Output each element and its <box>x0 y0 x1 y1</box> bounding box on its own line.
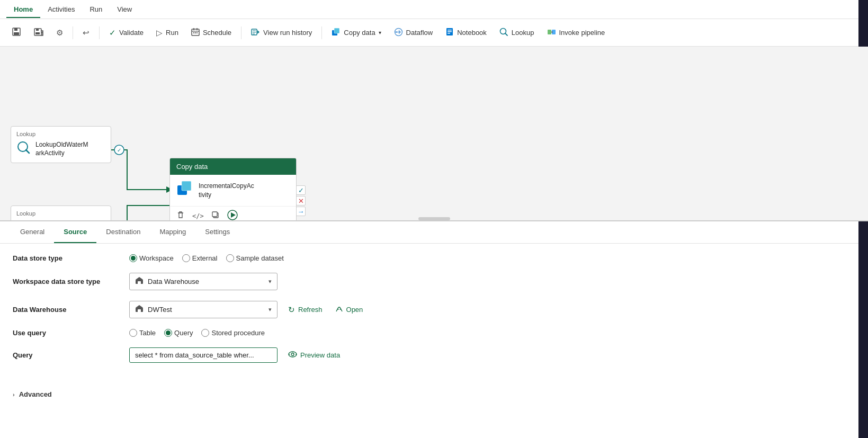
use-query-row: Use query Table Query Stored procedure <box>13 329 855 337</box>
menu-bar: Home Activities Run View <box>0 0 868 19</box>
dataflow-button[interactable]: Dataflow <box>389 24 439 41</box>
schedule-button[interactable]: Schedule <box>186 24 237 41</box>
refresh-label: Refresh <box>298 306 323 314</box>
query-radio-label: Query <box>174 329 193 337</box>
lookup-2-body: LookupNewWaterMarkActivity <box>16 220 105 221</box>
svg-point-23 <box>114 145 124 155</box>
svg-rect-1 <box>14 28 17 31</box>
svg-point-15 <box>395 31 397 33</box>
data-store-type-row: Data store type Workspace External Sampl… <box>13 254 855 262</box>
query-input[interactable] <box>129 347 278 363</box>
connector-lines: ✓ ✓ <box>0 47 868 220</box>
validate-icon: ✓ <box>109 28 116 38</box>
copy-node-actions: </> <box>170 206 296 221</box>
workspace-radio[interactable]: Workspace <box>129 254 174 262</box>
copy-data-node[interactable]: Copy data IncrementalCopyActivity </> <box>169 158 297 221</box>
view-history-button[interactable]: View run history <box>246 24 317 41</box>
lookup-2-label: LookupNewWaterMarkActivity <box>35 220 86 221</box>
error-icon: ✕ <box>296 196 306 205</box>
dataflow-icon <box>394 28 403 38</box>
menu-item-home[interactable]: Home <box>6 1 40 17</box>
open-icon <box>335 305 343 315</box>
undo-icon: ↩ <box>83 28 90 38</box>
save-button[interactable] <box>6 24 26 41</box>
run-action-btn[interactable] <box>227 210 238 221</box>
tab-source[interactable]: Source <box>54 221 96 243</box>
invoke-pipeline-button[interactable]: Invoke pipeline <box>542 24 611 41</box>
data-warehouse-label: Data Warehouse <box>13 306 129 314</box>
open-button[interactable]: Open <box>333 303 365 317</box>
advanced-row[interactable]: › Advanced <box>0 384 868 405</box>
warehouse-icon-2 <box>135 305 144 315</box>
table-radio[interactable]: Table <box>129 329 156 337</box>
open-label: Open <box>346 306 363 314</box>
workspace-data-store-type-dropdown[interactable]: Data Warehouse ▾ <box>129 273 278 290</box>
run-label: Run <box>166 29 178 37</box>
copy-data-button[interactable]: Copy data ▾ <box>326 24 386 41</box>
lookup-node-2[interactable]: Lookup LookupNewWaterMarkActivity <box>11 205 111 221</box>
svg-rect-5 <box>35 32 40 34</box>
menu-item-view[interactable]: View <box>110 1 139 17</box>
data-store-type-label: Data store type <box>13 254 129 262</box>
copy-data-icon <box>332 28 341 38</box>
preview-data-icon <box>288 351 297 359</box>
table-radio-label: Table <box>139 329 156 337</box>
svg-rect-13 <box>334 28 339 33</box>
preview-data-label: Preview data <box>300 351 340 359</box>
skip-icon: → <box>296 207 306 216</box>
menu-item-run[interactable]: Run <box>82 1 110 17</box>
lookup-2-title: Lookup <box>16 210 105 217</box>
run-button[interactable]: ▷ Run <box>151 25 184 41</box>
save-icon <box>12 27 21 38</box>
svg-point-41 <box>339 309 341 310</box>
use-query-label: Use query <box>13 329 129 337</box>
calendar-icon <box>191 28 200 38</box>
tab-general[interactable]: General <box>11 221 54 243</box>
tabs-bar: General Source Destination Mapping Setti… <box>0 221 868 244</box>
svg-rect-8 <box>195 32 196 33</box>
settings-button[interactable]: ⚙ <box>51 25 68 41</box>
divider-1 <box>73 26 73 39</box>
resize-handle[interactable] <box>418 217 450 220</box>
lookup-node-1[interactable]: Lookup LookupOldWaterMarkActivity <box>11 126 111 163</box>
warehouse-icon-1 <box>135 276 144 287</box>
workspace-data-store-type-controls: Data Warehouse ▾ <box>129 273 278 290</box>
svg-rect-21 <box>548 30 551 34</box>
workspace-data-store-type-row: Workspace data store type Data Warehouse… <box>13 273 855 290</box>
code-action-btn[interactable]: </> <box>192 212 204 220</box>
copy-action-btn[interactable] <box>211 211 220 221</box>
data-warehouse-dropdown[interactable]: DWTest ▾ <box>129 301 278 318</box>
delete-action-btn[interactable] <box>176 211 185 221</box>
tab-destination[interactable]: Destination <box>96 221 150 243</box>
invoke-pipeline-label: Invoke pipeline <box>559 29 605 37</box>
lookup-button[interactable]: Lookup <box>494 24 540 41</box>
tab-settings[interactable]: Settings <box>195 221 239 243</box>
stored-procedure-radio-label: Stored procedure <box>211 329 264 337</box>
tab-mapping[interactable]: Mapping <box>150 221 195 243</box>
notebook-label: Notebook <box>457 29 487 37</box>
bottom-panel: General Source Destination Mapping Setti… <box>0 221 868 438</box>
stored-procedure-radio[interactable]: Stored procedure <box>201 329 264 337</box>
notebook-button[interactable]: Notebook <box>440 24 492 41</box>
menu-item-activities[interactable]: Activities <box>40 1 82 17</box>
divider-2 <box>99 26 100 39</box>
undo-button[interactable]: ↩ <box>77 25 95 41</box>
svg-rect-33 <box>212 212 217 217</box>
query-radio[interactable]: Query <box>164 329 193 337</box>
validate-button[interactable]: ✓ Validate <box>104 25 149 41</box>
saveas-button[interactable] <box>29 24 49 41</box>
sample-dataset-radio[interactable]: Sample dataset <box>226 254 284 262</box>
svg-rect-4 <box>36 29 39 31</box>
side-icons: ✓ ✕ → <box>296 185 306 216</box>
pipeline-canvas[interactable]: ✓ ✓ Lookup LookupOldWaterMarkActivity Lo… <box>0 47 868 221</box>
copy-node-icon <box>176 180 193 201</box>
external-radio[interactable]: External <box>182 254 218 262</box>
refresh-button[interactable]: ↻ Refresh <box>286 303 325 317</box>
data-warehouse-value: DWTest <box>148 306 264 314</box>
external-radio-label: External <box>192 254 218 262</box>
svg-rect-2 <box>14 32 19 35</box>
saveas-icon <box>34 27 43 38</box>
validate-label: Validate <box>119 29 144 37</box>
dataflow-label: Dataflow <box>406 29 433 37</box>
preview-data-button[interactable]: Preview data <box>286 349 342 361</box>
